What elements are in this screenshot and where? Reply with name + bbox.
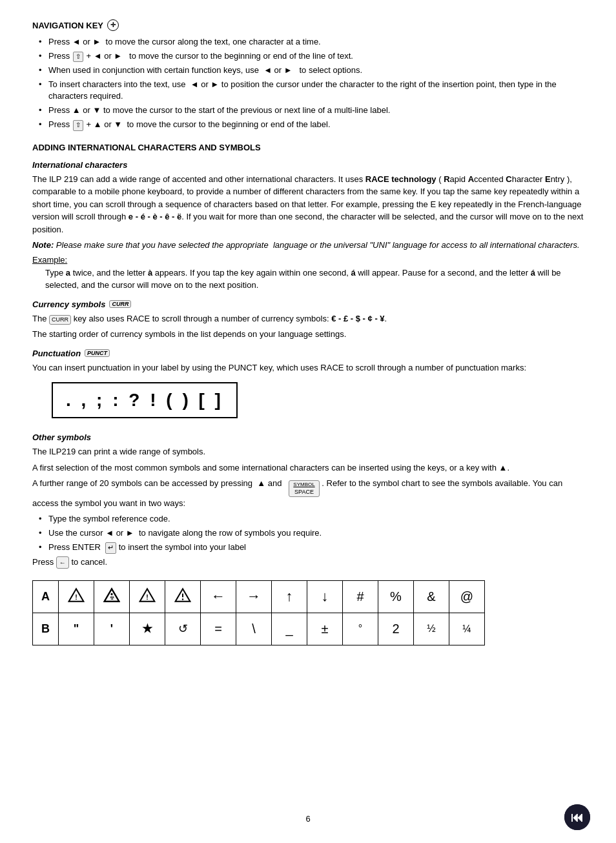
currency-subsection: Currency symbols CURR The CURR key also … [32, 300, 584, 341]
nav-bullet-5: Press ▲ or ▼ to move the cursor to the s… [39, 105, 584, 117]
navigation-key-title: NAVIGATION KEY ✛ [32, 19, 584, 31]
sym-a5: ← [201, 580, 236, 613]
intl-chars-section: ADDING INTERNATIONAL CHARACTERS AND SYMB… [32, 143, 584, 569]
punct-key-badge: PUNCT [85, 349, 110, 357]
sym-b8: ± [307, 613, 343, 645]
nav-bullet-6: Press ⇧ + ▲ or ▼ to move the cursor to t… [39, 119, 584, 131]
cancel-key: ← [56, 556, 69, 569]
sym-b3: ★ [130, 613, 165, 645]
svg-text:!: ! [146, 593, 149, 601]
sym-a6: → [236, 580, 272, 613]
sym-a4 [165, 580, 201, 613]
other-symbols-body1: The ILP219 can print a wide range of sym… [32, 445, 584, 458]
sym-a7: ↑ [272, 580, 307, 613]
example-label: Example: [32, 255, 584, 265]
other-symbols-body3: A further range of 20 symbols can be acc… [32, 477, 584, 510]
sym-b6: \ [236, 613, 272, 645]
intl-chars-title: ADDING INTERNATIONAL CHARACTERS AND SYMB… [32, 143, 584, 152]
svg-text:!: ! [75, 593, 77, 601]
sym-a9: # [343, 580, 378, 613]
sym-a3: ! [130, 580, 165, 613]
symbol-table: A ! ☢ ! ← → ↑ ↓ # % & [32, 580, 485, 645]
currency-subtitle: Currency symbols CURR [32, 300, 584, 309]
sym-a2: ☢ [94, 580, 130, 613]
cancel-text: Press ← to cancel. [32, 556, 584, 569]
intl-chars-note: Note: Please make sure that you have sel… [32, 239, 584, 252]
other-symbols-subsection: Other symbols The ILP219 can print a wid… [32, 432, 584, 568]
nav-bullet-4: To insert characters into the text, use … [39, 79, 584, 103]
svg-text:☢: ☢ [110, 595, 114, 601]
other-symbols-body2: A first selection of the most common sym… [32, 462, 584, 474]
symbol-row-b: B " ' ★ ↺ = \ _ ± ° 2 ½ ¼ [33, 613, 485, 645]
svg-point-10 [182, 598, 183, 600]
navigation-key-section: NAVIGATION KEY ✛ Press ◄ or ► to move th… [32, 19, 584, 131]
symbol-table-container: A ! ☢ ! ← → ↑ ↓ # % & [32, 580, 584, 645]
punct-body: You can insert punctuation in your label… [32, 361, 584, 374]
punct-symbols-box: . , ; : ? ! ( ) [ ] [52, 382, 238, 418]
other-symbols-list: Type the symbol reference code. Use the … [32, 513, 584, 554]
sym-a1: ! [59, 580, 94, 613]
curr-key-inline: CURR [49, 315, 71, 325]
sym-bullet-2: Use the cursor ◄ or ► to navigate along … [39, 527, 584, 540]
symbol-space-key: SYMBOL SPACE [289, 480, 319, 497]
row-a-label: A [33, 580, 59, 613]
svg-text:⏮: ⏮ [571, 810, 584, 824]
punctuation-subsection: Punctuation PUNCT You can insert punctua… [32, 349, 584, 425]
intl-chars-body: The ILP 219 can add a wide range of acce… [32, 173, 584, 236]
brand-logo: ⏮ [564, 804, 590, 830]
sym-bullet-1: Type the symbol reference code. [39, 513, 584, 525]
currency-body1: The CURR key also uses RACE to scroll th… [32, 312, 584, 325]
sym-a12: @ [449, 580, 485, 613]
sym-b5: = [201, 613, 236, 645]
other-symbols-subtitle: Other symbols [32, 432, 584, 442]
intl-chars-subtitle: International characters [32, 160, 584, 170]
curr-key-badge: CURR [109, 300, 131, 308]
sym-b9: ° [343, 613, 378, 645]
symbol-row-a: A ! ☢ ! ← → ↑ ↓ # % & [33, 580, 485, 613]
nav-icon: ✛ [107, 19, 119, 31]
sym-b10: 2 [378, 613, 414, 645]
sym-b1: " [59, 613, 94, 645]
row-b-label: B [33, 613, 59, 645]
currency-body2: The starting order of currency symbols i… [32, 328, 584, 341]
nav-bullet-2: Press ⇧ + ◄ or ► to move the cursor to t… [39, 50, 584, 63]
sym-a10: % [378, 580, 414, 613]
navigation-key-list: Press ◄ or ► to move the cursor along th… [32, 36, 584, 131]
sym-a8: ↓ [307, 580, 343, 613]
sym-b7: _ [272, 613, 307, 645]
sym-bullet-3: Press ENTER ↵ to insert the symbol into … [39, 542, 584, 554]
page-number: 6 [305, 814, 310, 824]
nav-bullet-3: When used in conjunction with certain fu… [39, 65, 584, 77]
sym-b2: ' [94, 613, 130, 645]
punct-subtitle: Punctuation PUNCT [32, 349, 584, 358]
sym-a11: & [414, 580, 449, 613]
sym-b4: ↺ [165, 613, 201, 645]
sym-b11: ½ [414, 613, 449, 645]
sym-b12: ¼ [449, 613, 485, 645]
intl-chars-subsection: International characters The ILP 219 can… [32, 160, 584, 292]
nav-bullet-1: Press ◄ or ► to move the cursor along th… [39, 36, 584, 48]
example-text: Type a twice, and the letter à appears. … [32, 267, 584, 292]
